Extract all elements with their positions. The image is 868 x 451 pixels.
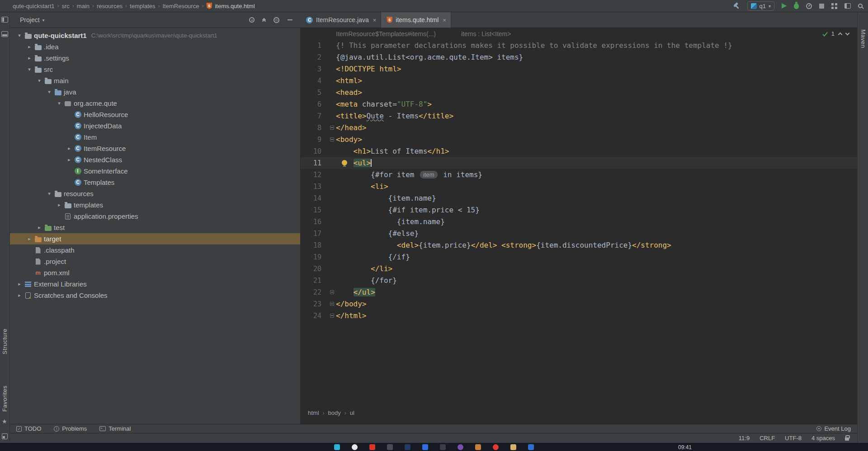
tree-item[interactable]: .project — [10, 256, 300, 267]
tree-item[interactable]: ▸External Libraries — [10, 278, 300, 290]
taskbar-app-icon[interactable] — [528, 444, 534, 450]
editor-breadcrumb-item[interactable]: body — [328, 409, 341, 416]
line-number[interactable]: 14 — [301, 193, 336, 204]
line-number[interactable]: 18 — [301, 240, 336, 251]
code-editor[interactable]: 1{! This parameter declarations makes it… — [301, 40, 857, 408]
tab-close-icon[interactable]: × — [373, 17, 377, 23]
intention-bulb-icon[interactable] — [342, 160, 347, 165]
line-ending[interactable]: CRLF — [760, 435, 775, 442]
tree-item[interactable]: ▸.idea — [10, 41, 300, 52]
tree-item[interactable]: ▸Scratches and Consoles — [10, 290, 300, 301]
tree-expand-icon[interactable]: ▾ — [45, 89, 53, 95]
maven-tool-button[interactable]: Maven — [860, 29, 867, 48]
todo-button[interactable]: TODO — [16, 425, 41, 432]
breadcrumb-item[interactable]: ItemResource — [162, 3, 199, 9]
tree-item[interactable]: ▾src — [10, 64, 300, 75]
editor-tab[interactable]: 5items.qute.html× — [381, 12, 451, 28]
tree-expand-icon[interactable]: ▸ — [65, 157, 73, 163]
tree-expand-icon[interactable]: ▸ — [35, 225, 43, 230]
code-line[interactable]: 22 </ul> — [301, 287, 857, 298]
tree-expand-icon[interactable]: ▸ — [55, 202, 63, 208]
tree-item[interactable]: ▸test — [10, 222, 300, 233]
line-number[interactable]: 1 — [301, 40, 336, 52]
tree-expand-icon[interactable]: ▾ — [45, 191, 53, 197]
code-line[interactable]: 8</head> — [301, 122, 857, 134]
indent-setting[interactable]: 4 spaces — [811, 435, 835, 442]
layout-icon[interactable] — [844, 3, 851, 9]
tree-item[interactable]: ▸CItemResource — [10, 143, 300, 154]
tree-item[interactable]: ▾qute-quickstart1C:\work\src\tmp\quarkus… — [10, 30, 300, 41]
breadcrumb-item[interactable]: resources — [97, 3, 123, 9]
tool-window-icon[interactable] — [1, 31, 8, 37]
chevron-up-icon[interactable] — [838, 33, 843, 37]
code-line[interactable]: 17 {#else} — [301, 228, 857, 240]
tree-item[interactable]: CTemplates — [10, 177, 300, 188]
code-line[interactable]: 5<head> — [301, 87, 857, 99]
build-hammer-icon[interactable] — [732, 2, 740, 9]
tree-item[interactable]: CHelloResource — [10, 109, 300, 120]
tree-expand-icon[interactable]: ▸ — [25, 55, 33, 61]
tree-item[interactable]: ▾main — [10, 75, 300, 86]
tree-expand-icon[interactable]: ▸ — [15, 292, 24, 298]
code-line[interactable]: 13 <li> — [301, 181, 857, 193]
code-line[interactable]: 9<body> — [301, 134, 857, 146]
tree-item[interactable]: CItem — [10, 132, 300, 143]
encoding[interactable]: UTF-8 — [785, 435, 802, 442]
taskbar-app-icon[interactable] — [440, 444, 446, 450]
star-icon[interactable]: ★ — [2, 418, 7, 425]
line-number[interactable]: 17 — [301, 228, 336, 240]
breadcrumb-item[interactable]: main — [77, 3, 90, 9]
fold-marker-icon[interactable] — [330, 137, 334, 141]
code-line[interactable]: 11 <ul> — [301, 157, 857, 169]
editor-tab[interactable]: CItemResource.java× — [301, 12, 381, 28]
editor-breadcrumb-item[interactable]: html — [308, 409, 319, 416]
line-number[interactable]: 2 — [301, 52, 336, 63]
code-line[interactable]: 19 {/if} — [301, 251, 857, 263]
line-number[interactable]: 15 — [301, 204, 336, 216]
line-number[interactable]: 16 — [301, 216, 336, 228]
tree-item[interactable]: ▾org.acme.qute — [10, 98, 300, 109]
run-button[interactable] — [782, 3, 787, 9]
favorites-tool-button[interactable]: Favorites — [1, 385, 8, 412]
tree-expand-icon[interactable]: ▾ — [25, 66, 33, 72]
code-line[interactable]: 6<meta charset="UTF-8"> — [301, 99, 857, 110]
tree-item[interactable]: application.properties — [10, 211, 300, 222]
code-line[interactable]: 21 {/for} — [301, 275, 857, 287]
tree-item[interactable]: ▾java — [10, 86, 300, 98]
taskbar-app-icon[interactable] — [422, 444, 428, 450]
tab-close-icon[interactable]: × — [443, 17, 446, 23]
line-number[interactable]: 23 — [301, 298, 336, 310]
code-line[interactable]: 2{@java.util.List<org.acme.qute.Item> it… — [301, 52, 857, 63]
code-line[interactable]: 14 {item.name} — [301, 193, 857, 204]
taskbar-app-icon[interactable] — [369, 444, 375, 450]
stop-button[interactable] — [819, 4, 824, 9]
tree-expand-icon[interactable]: ▾ — [35, 78, 43, 84]
tree-expand-icon[interactable]: ▸ — [25, 44, 33, 50]
locate-file-icon[interactable] — [249, 17, 255, 23]
tree-item[interactable]: ▸.settings — [10, 52, 300, 64]
line-number[interactable]: 5 — [301, 87, 336, 99]
code-line[interactable]: 23</body> — [301, 298, 857, 310]
tree-expand-icon[interactable]: ▾ — [55, 100, 63, 106]
taskbar-app-icon[interactable] — [334, 444, 340, 450]
line-number[interactable]: 3 — [301, 63, 336, 75]
collapse-all-icon[interactable] — [263, 19, 265, 21]
tree-expand-icon[interactable]: ▸ — [65, 146, 73, 151]
taskbar-app-icon[interactable] — [493, 444, 499, 450]
tree-expand-icon[interactable]: ▸ — [15, 281, 24, 287]
run-config-select[interactable]: q1 ▾ — [747, 1, 775, 11]
tree-item[interactable]: .classpath — [10, 244, 300, 256]
chevron-down-icon[interactable]: ▾ — [42, 18, 45, 23]
code-line[interactable]: 3<!DOCTYPE html> — [301, 63, 857, 75]
line-number[interactable]: 13 — [301, 181, 336, 193]
code-line[interactable]: 4<html> — [301, 75, 857, 87]
fold-marker-icon[interactable] — [330, 302, 334, 306]
line-number[interactable]: 9 — [301, 134, 336, 146]
code-line[interactable]: 18 <del>{item.price}</del> <strong>{item… — [301, 240, 857, 251]
tool-window-switcher-icon[interactable] — [2, 433, 8, 439]
taskbar-app-icon[interactable] — [475, 444, 481, 450]
event-log-button[interactable]: Event Log — [816, 425, 851, 432]
grid-icon[interactable] — [831, 3, 834, 5]
tree-item[interactable]: ▸templates — [10, 199, 300, 211]
code-line[interactable]: 24</html> — [301, 310, 857, 322]
